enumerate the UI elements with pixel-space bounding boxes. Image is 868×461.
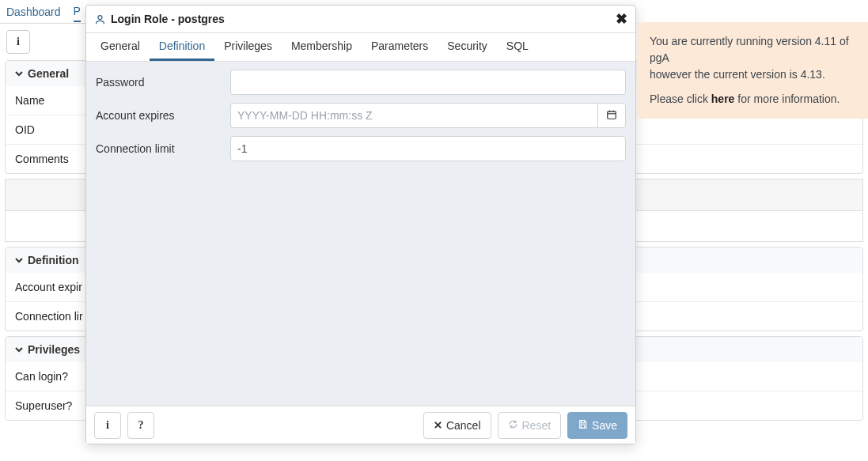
bg-field-connection-limit: Connection lir: [15, 310, 94, 323]
toast-here-link[interactable]: here: [711, 93, 735, 105]
login-role-dialog: Login Role - postgres ✖ General Definiti…: [85, 5, 636, 444]
calendar-button[interactable]: [597, 103, 626, 128]
save-icon: [578, 419, 588, 432]
user-icon: [94, 13, 106, 25]
calendar-icon: [606, 109, 617, 123]
tab-definition[interactable]: Definition: [150, 33, 214, 61]
account-expires-input[interactable]: [230, 103, 597, 128]
tab-membership[interactable]: Membership: [282, 33, 362, 61]
chevron-down-icon: [15, 254, 23, 266]
bg-field-oid: OID: [15, 123, 94, 136]
tab-parameters[interactable]: Parameters: [362, 33, 438, 61]
toast-line1a: You are currently running version 4.11 o…: [650, 33, 855, 66]
chevron-down-icon: [15, 343, 23, 356]
toast-line1b: however the current version is 4.13.: [650, 66, 855, 83]
connection-limit-input[interactable]: [230, 136, 626, 161]
bg-field-superuser: Superuser?: [15, 399, 94, 412]
password-label: Password: [96, 76, 230, 89]
toast-line2a: Please click: [650, 93, 711, 105]
svg-rect-1: [608, 111, 616, 118]
bg-panel-definition-title: Definition: [28, 254, 79, 266]
dialog-help-button[interactable]: ?: [127, 412, 154, 439]
bg-field-can-login: Can login?: [15, 370, 94, 383]
cancel-button[interactable]: Cancel: [423, 412, 491, 439]
close-icon: [434, 419, 442, 432]
account-expires-label: Account expires: [96, 109, 230, 122]
dialog-tabs: General Definition Privileges Membership…: [86, 33, 635, 62]
background-info-button[interactable]: i: [6, 30, 30, 54]
reset-label: Reset: [522, 419, 552, 432]
dialog-info-button[interactable]: i: [94, 412, 121, 439]
chevron-down-icon: [15, 67, 23, 80]
save-label: Save: [592, 419, 617, 432]
save-button[interactable]: Save: [567, 412, 627, 439]
dialog-footer: i ? Cancel Reset Save: [86, 406, 635, 444]
dialog-body: Password Account expires Connection limi…: [86, 62, 635, 406]
cancel-label: Cancel: [446, 419, 481, 432]
svg-point-0: [98, 15, 102, 19]
dialog-header: Login Role - postgres ✖: [86, 6, 635, 33]
bg-field-comments: Comments: [15, 153, 94, 165]
bg-panel-general-title: General: [28, 67, 69, 80]
bg-field-name: Name: [15, 94, 94, 107]
password-input[interactable]: [230, 70, 626, 95]
toast-line2b: for more information.: [734, 93, 840, 105]
tab-properties-truncated[interactable]: P: [74, 2, 81, 22]
svg-rect-6: [581, 425, 584, 428]
reset-button[interactable]: Reset: [498, 412, 562, 439]
bg-field-account-expires: Account expir: [15, 281, 94, 293]
close-icon[interactable]: ✖: [616, 10, 627, 28]
dialog-title: Login Role - postgres: [111, 13, 225, 25]
connection-limit-label: Connection limit: [96, 142, 230, 155]
tab-security[interactable]: Security: [438, 33, 497, 61]
tab-privileges[interactable]: Privileges: [214, 33, 282, 61]
tab-general[interactable]: General: [91, 33, 150, 61]
recycle-icon: [508, 419, 518, 432]
tab-dashboard[interactable]: Dashboard: [6, 2, 61, 21]
svg-rect-5: [581, 420, 584, 422]
tab-sql[interactable]: SQL: [497, 33, 538, 61]
version-toast: You are currently running version 4.11 o…: [637, 22, 868, 119]
bg-panel-privileges-title: Privileges: [28, 343, 80, 356]
